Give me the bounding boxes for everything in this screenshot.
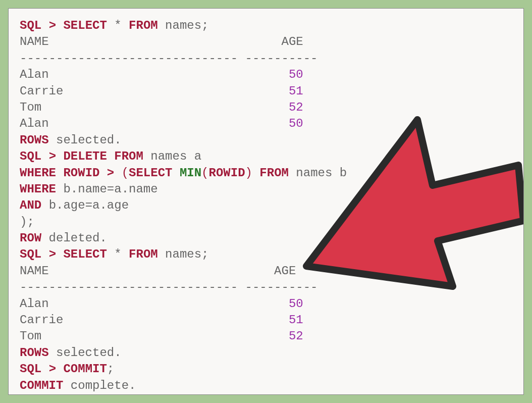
status-line: ROWS selected. — [20, 345, 512, 361]
code-line: SQL > SELECT * FROM names; — [20, 18, 512, 34]
data-row: Alan 50 — [20, 296, 512, 312]
divider-line: ------------------------------ ---------… — [20, 51, 512, 67]
code-line: SQL > SELECT * FROM names; — [20, 246, 512, 263]
code-line: ); — [20, 214, 512, 230]
sql-terminal: SQL > SELECT * FROM names; NAME AGE ----… — [8, 8, 524, 395]
status-line: COMMIT complete. — [20, 378, 512, 394]
divider-line: ------------------------------ ---------… — [20, 279, 512, 295]
status-line: ROWS selected. — [20, 132, 512, 148]
header-line: NAME AGE — [20, 34, 512, 50]
header-line: NAME AGE — [20, 263, 512, 279]
data-row: Tom 52 — [20, 328, 512, 344]
data-row: Alan 50 — [20, 67, 512, 83]
code-line: WHERE b.name=a.name — [20, 181, 512, 197]
code-line: AND b.age=a.age — [20, 197, 512, 214]
data-row: Alan 50 — [20, 116, 512, 132]
sql-prompt: SQL — [20, 19, 41, 32]
data-row: Tom 52 — [20, 99, 512, 116]
code-line: SQL > COMMIT; — [20, 361, 512, 377]
data-row: Carrie 51 — [20, 312, 512, 328]
status-line: ROW deleted. — [20, 230, 512, 246]
code-line: WHERE ROWID > (SELECT MIN(ROWID) FROM na… — [20, 165, 512, 181]
data-row: Carrie 51 — [20, 83, 512, 99]
code-line: SQL > DELETE FROM names a — [20, 148, 512, 165]
